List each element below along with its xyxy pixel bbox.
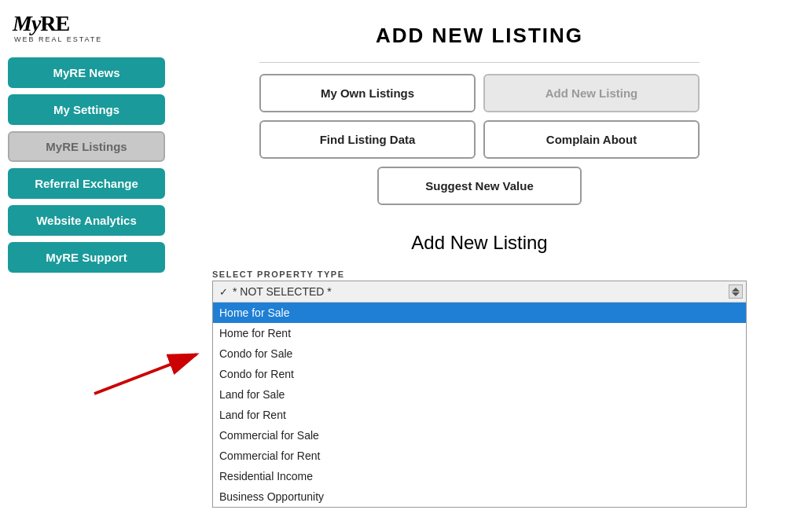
dropdown-item-home-rent[interactable]: Home for Rent	[213, 323, 746, 343]
page-title: ADD NEW LISTING	[376, 24, 583, 48]
suggest-new-value-button[interactable]: Suggest New Value	[377, 167, 582, 205]
dropdown-item-residential[interactable]: Residential Income	[213, 466, 746, 486]
logo-sub: WEB REAL ESTATE	[14, 35, 165, 43]
dropdown-item-land-rent[interactable]: Land for Rent	[213, 405, 746, 425]
dropdown-item-land-sale[interactable]: Land for Sale	[213, 384, 746, 405]
dropdown-selected-value: ✓ * NOT SELECTED *	[213, 281, 746, 303]
checkmark-icon: ✓	[219, 286, 228, 298]
property-type-section: SELECT PROPERTY TYPE ✓ * NOT SELECTED * …	[212, 270, 747, 508]
dropdown-item-home-sale[interactable]: Home for Sale	[213, 303, 746, 323]
sidebar-item-settings[interactable]: My Settings	[8, 94, 165, 125]
sidebar-item-analytics[interactable]: Website Analytics	[8, 205, 165, 236]
sidebar-item-listings[interactable]: MyRE Listings	[8, 131, 165, 162]
sidebar-item-news[interactable]: MyRE News	[8, 57, 165, 88]
logo: MyRE WEB REAL ESTATE	[8, 8, 165, 43]
sidebar: MyRE WEB REAL ESTATE MyRE News My Settin…	[0, 0, 173, 532]
arrow-down-icon	[732, 292, 740, 296]
dropdown-item-commercial-sale[interactable]: Commercial for Sale	[213, 425, 746, 446]
dropdown-item-condo-sale[interactable]: Condo for Sale	[213, 343, 746, 364]
tab-my-own-listings[interactable]: My Own Listings	[259, 74, 476, 112]
dropdown-item-commercial-rent[interactable]: Commercial for Rent	[213, 446, 746, 466]
tab-grid: My Own Listings Add New Listing Find Lis…	[259, 74, 700, 159]
dropdown-label: SELECT PROPERTY TYPE	[212, 270, 747, 279]
section-title: Add New Listing	[411, 232, 547, 254]
dropdown-arrow-icon[interactable]	[729, 284, 743, 299]
arrow-up-icon	[732, 288, 740, 292]
sidebar-item-support[interactable]: MyRE Support	[8, 242, 165, 273]
sidebar-item-referral[interactable]: Referral Exchange	[8, 168, 165, 199]
tab-find-listing-data[interactable]: Find Listing Data	[259, 120, 476, 159]
divider	[259, 62, 700, 63]
selected-text: * NOT SELECTED *	[233, 285, 332, 298]
dropdown-item-condo-rent[interactable]: Condo for Rent	[213, 364, 746, 384]
tab-complain-about[interactable]: Complain About	[483, 120, 700, 159]
main-content: ADD NEW LISTING My Own Listings Add New …	[173, 0, 786, 532]
logo-brand: MyRE	[13, 13, 165, 35]
dropdown-list: Home for Sale Home for Rent Condo for Sa…	[213, 303, 746, 507]
dropdown-item-business[interactable]: Business Opportunity	[213, 486, 746, 507]
tab-add-new-listing[interactable]: Add New Listing	[483, 74, 700, 112]
property-type-dropdown[interactable]: ✓ * NOT SELECTED * Home for Sale Home fo…	[212, 281, 747, 508]
